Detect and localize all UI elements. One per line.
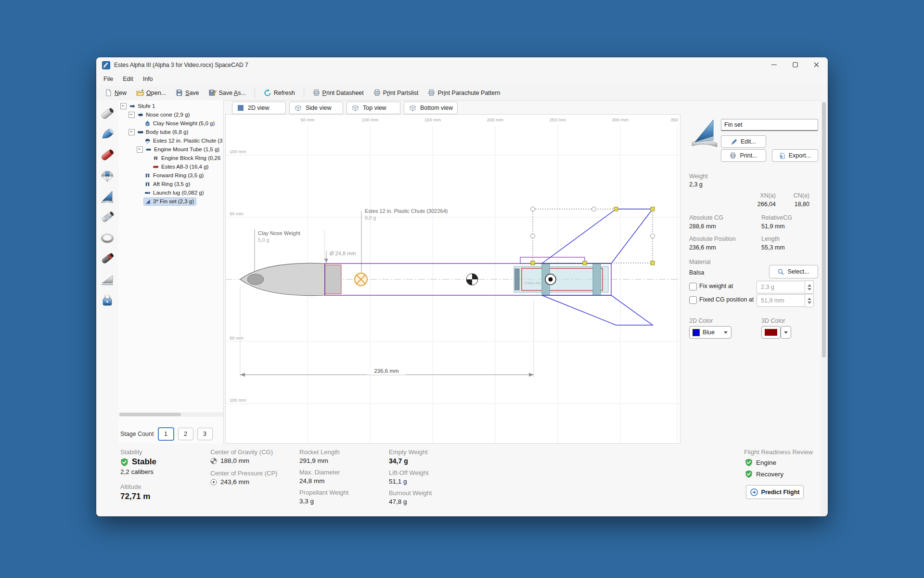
- empty-weight-label: Empty Weight: [389, 448, 432, 456]
- stage-count-2-button[interactable]: 2: [178, 428, 193, 440]
- stage-icon: [128, 103, 136, 109]
- launch-lug-shape[interactable]: [520, 257, 585, 263]
- tree-item-nose-cone[interactable]: Nose cone (2,9 g): [118, 110, 223, 119]
- altitude-label: Altitude: [120, 483, 156, 490]
- part-engine-tube-icon[interactable]: [100, 147, 115, 163]
- fin-selection[interactable]: [531, 207, 655, 265]
- print-parachute-pattern-button[interactable]: Print Parachute Pattern: [424, 87, 504, 98]
- tree-item-aft-ring[interactable]: Aft Ring (3,5 g): [118, 180, 223, 188]
- stage-count-1-button[interactable]: 1: [158, 427, 174, 441]
- scrollbar-thumb[interactable]: [119, 413, 181, 416]
- refresh-button[interactable]: Refresh: [260, 87, 299, 99]
- part-parachute-icon[interactable]: [100, 168, 115, 184]
- ring-icon: [144, 172, 151, 179]
- max-diameter-value: 24,8 mm: [299, 477, 348, 485]
- collapse-icon[interactable]: [120, 103, 127, 109]
- print-datasheet-button[interactable]: Print Datasheet: [309, 87, 368, 98]
- tree-item-fin-set[interactable]: 3* Fin set (2,3 g): [118, 197, 223, 206]
- menu-edit[interactable]: Edit: [118, 74, 138, 84]
- fix-weight-checkbox[interactable]: [689, 283, 697, 290]
- aft-ring-shape[interactable]: [593, 263, 601, 295]
- 3d-color-dropdown[interactable]: [781, 326, 791, 339]
- title-bar[interactable]: Estes Alpha III (Alpha 3 for Video.rocx)…: [96, 57, 828, 73]
- tree-item-stage[interactable]: Stufe 1: [118, 102, 223, 110]
- save-as-button[interactable]: Save As...: [205, 87, 250, 98]
- engine-block-ring-shape[interactable]: [515, 269, 519, 290]
- tab-side-view[interactable]: Side view: [289, 102, 343, 114]
- part-tube-coupler-icon[interactable]: [100, 210, 115, 225]
- open-button[interactable]: Open...: [132, 87, 170, 98]
- panel-vertical-scrollbar[interactable]: [821, 100, 827, 516]
- print-partslist-button[interactable]: Print Partslist: [370, 87, 423, 98]
- fix-weight-stepper[interactable]: [805, 280, 814, 294]
- save-button[interactable]: Save: [172, 87, 203, 98]
- selection-rotate-handles[interactable]: [531, 207, 655, 238]
- tree-horizontal-scrollbar[interactable]: [118, 412, 223, 417]
- predict-flight-button[interactable]: Predict Flight: [746, 485, 804, 499]
- collapse-icon[interactable]: [137, 146, 143, 153]
- printer-icon: [730, 152, 736, 159]
- tab-top-view[interactable]: Top view: [346, 102, 400, 114]
- stable-shield-icon: [120, 458, 128, 466]
- ruler-label: 50 mm: [230, 211, 244, 216]
- export-button[interactable]: Export...: [772, 149, 818, 162]
- fixed-cg-stepper[interactable]: [805, 294, 814, 307]
- select-material-button[interactable]: Select...: [769, 265, 818, 278]
- tree-item-launch-lug[interactable]: Launch lug (0,082 g): [118, 188, 223, 197]
- export-icon: [779, 153, 785, 159]
- weight-label: Weight: [689, 173, 708, 180]
- altitude-value: 72,71 m: [120, 492, 156, 501]
- parts-toolbox: [96, 100, 118, 516]
- tab-2d-view[interactable]: 2D view: [232, 102, 286, 114]
- 3d-color-swatch-box[interactable]: [761, 326, 781, 339]
- clay-nose-weight-shape[interactable]: [247, 274, 264, 285]
- new-button[interactable]: New: [101, 87, 130, 98]
- cg-icon: [210, 458, 217, 464]
- close-button[interactable]: [806, 57, 827, 72]
- stability-calibers: 2,2 calibers: [120, 468, 156, 475]
- menu-info[interactable]: Info: [139, 74, 157, 84]
- print-button[interactable]: Print...: [721, 149, 766, 162]
- motor-icon: [152, 164, 159, 170]
- tree-item-engine-block-ring[interactable]: Engine Block Ring (0,26: [118, 154, 223, 162]
- 2d-color-dropdown[interactable]: Blue: [689, 326, 732, 339]
- tab-bottom-view[interactable]: Bottom view: [404, 102, 458, 114]
- edit-button[interactable]: Edit...: [721, 135, 766, 148]
- rocket-drawing[interactable]: Estes A8-3: [240, 209, 653, 325]
- tree-item-forward-ring[interactable]: Forward Ring (3,5 g): [118, 171, 223, 180]
- fin-lower-shape[interactable]: [542, 295, 653, 325]
- fixed-cg-input[interactable]: 51,9 mm: [757, 294, 808, 307]
- tree-item-plastic-chute[interactable]: Estes 12 in. Plastic Chute (3: [118, 136, 223, 145]
- part-motor-icon[interactable]: [100, 251, 115, 266]
- cg-label: Center of Gravity (CG): [210, 448, 277, 456]
- stage-count-3-button[interactable]: 3: [197, 428, 213, 440]
- ring-icon: [144, 181, 151, 187]
- part-name-input[interactable]: [721, 119, 818, 131]
- scrollbar-thumb[interactable]: [822, 102, 826, 357]
- part-fin-icon[interactable]: [100, 189, 115, 204]
- window-title: Estes Alpha III (Alpha 3 for Video.rocx)…: [114, 62, 248, 68]
- tree-item-engine-mount-tube[interactable]: Engine Mount Tube (1,5 g): [118, 145, 223, 154]
- design-canvas[interactable]: 50 mm 100 mm 150 mm 200 mm 250 mm 300 mm…: [225, 114, 680, 444]
- cube-icon: [352, 105, 359, 112]
- collapse-icon[interactable]: [128, 129, 135, 135]
- selection-resize-handles[interactable]: [531, 207, 654, 265]
- part-payload-icon[interactable]: [100, 292, 115, 308]
- part-fin-plate-icon[interactable]: [100, 272, 115, 287]
- maximize-button[interactable]: [784, 57, 806, 72]
- tree-item-estes-a8-3[interactable]: Estes A8-3 (16,4 g): [118, 162, 223, 171]
- tree-item-clay-nose-weight[interactable]: Clay Nose Weight (5,0 g): [118, 119, 223, 128]
- part-body-tube-icon[interactable]: [100, 106, 115, 121]
- part-nose-cone-icon[interactable]: [100, 127, 115, 142]
- printer-icon: [373, 89, 381, 96]
- tree-item-body-tube[interactable]: Body tube (6,8 g): [118, 128, 223, 136]
- minimize-button[interactable]: [763, 57, 784, 72]
- printer-icon: [428, 89, 435, 96]
- collapse-icon[interactable]: [128, 112, 135, 118]
- parachute-symbol[interactable]: [355, 273, 367, 286]
- part-ring-icon[interactable]: [100, 230, 115, 246]
- menu-file[interactable]: File: [99, 74, 117, 84]
- fix-weight-input[interactable]: 2,3 g: [757, 281, 808, 293]
- fixed-cg-checkbox[interactable]: [689, 296, 697, 304]
- cna-label: CN(a): [781, 192, 809, 199]
